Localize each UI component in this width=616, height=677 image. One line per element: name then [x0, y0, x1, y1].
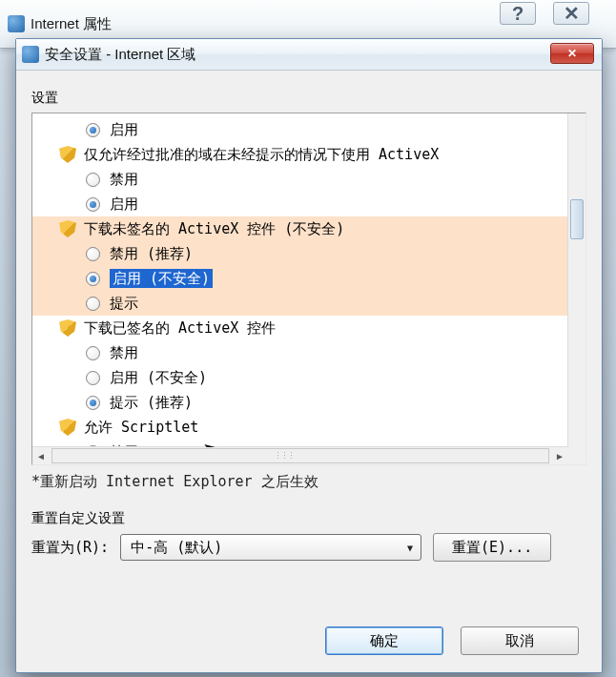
scroll-right-icon[interactable]: ►	[551, 448, 568, 463]
option-groupA-disable[interactable]: 禁用	[32, 167, 568, 192]
radio-icon	[86, 346, 100, 360]
close-dialog-button[interactable]: ✕	[550, 43, 594, 64]
reset-custom-header: 重置自定义设置	[31, 510, 586, 527]
group-approved-domains-activex: 仅允许经过批准的域在未经提示的情况下使用 ActiveX	[32, 142, 568, 167]
radio-icon	[86, 297, 100, 311]
radio-icon	[86, 396, 100, 410]
button-label: 取消	[505, 632, 534, 650]
button-label: 重置(E)...	[452, 539, 532, 557]
option-label: 启用	[110, 195, 138, 214]
option-label: 提示	[110, 294, 138, 313]
option-groupB-enable-unsafe[interactable]: 启用 (不安全) ➤	[32, 266, 568, 291]
group-header-label: 允许 Scriptlet	[84, 418, 198, 437]
scroll-left-icon[interactable]: ◄	[32, 448, 50, 463]
radio-icon	[86, 173, 100, 187]
restart-note: *重新启动 Internet Explorer 之后生效	[31, 473, 586, 491]
dialog-title: 安全设置 - Internet 区域	[45, 46, 195, 64]
security-zone-icon	[22, 46, 39, 63]
shield-icon	[59, 319, 76, 337]
option-label: 提示 (推荐)	[110, 393, 193, 412]
radio-icon	[86, 371, 100, 385]
radio-icon	[86, 272, 100, 286]
ok-button[interactable]: 确定	[325, 626, 443, 655]
button-label: 确定	[370, 632, 399, 650]
security-settings-dialog: 安全设置 - Internet 区域 ✕ 设置 启用 仅允许经过批准的域在未经提…	[15, 38, 603, 673]
dialog-titlebar: 安全设置 - Internet 区域 ✕	[16, 39, 602, 71]
parent-window-title: Internet 属性	[31, 15, 112, 33]
option-groupA-enable[interactable]: 启用	[32, 192, 568, 216]
shield-icon	[59, 419, 76, 436]
option-label: 启用 (不安全)	[110, 368, 207, 387]
option-label: 启用 (不安全)	[110, 269, 213, 288]
radio-icon	[86, 197, 100, 212]
group-header-label: 仅允许经过批准的域在未经提示的情况下使用 ActiveX	[84, 145, 439, 164]
option-groupC-disable[interactable]: 禁用	[32, 340, 568, 365]
scrollbar-thumb[interactable]	[570, 199, 584, 239]
cancel-button[interactable]: 取消	[461, 626, 579, 655]
option-label: 禁用 (推荐)	[110, 244, 193, 263]
group-download-signed-activex: 下载已签名的 ActiveX 控件	[32, 316, 568, 340]
shield-icon	[59, 146, 76, 163]
option-groupC-enable-unsafe[interactable]: 启用 (不安全)	[32, 365, 568, 390]
reset-to-label: 重置为(R):	[31, 539, 109, 557]
horizontal-scrollbar[interactable]: ◄ ⋮⋮⋮ ►	[32, 446, 568, 464]
radio-icon	[86, 123, 100, 137]
reset-button[interactable]: 重置(E)...	[433, 533, 551, 562]
scroll-corner	[568, 447, 585, 464]
option-label: 启用	[110, 120, 138, 139]
help-button[interactable]: ?	[500, 2, 536, 25]
vertical-scrollbar[interactable]	[567, 113, 585, 447]
shield-icon	[59, 220, 76, 237]
option-label: 禁用	[110, 343, 138, 362]
close-parent-button[interactable]: ✕	[553, 2, 589, 25]
scrollbar-gripper-icon: ⋮⋮⋮	[276, 451, 291, 461]
settings-label: 设置	[31, 90, 586, 107]
option-enable-top[interactable]: 启用	[32, 117, 568, 142]
chevron-down-icon: ▼	[407, 543, 413, 553]
combobox-selected-value: 中-高 (默认)	[131, 539, 222, 557]
option-groupB-disable[interactable]: 禁用 (推荐)	[32, 241, 568, 266]
option-groupB-prompt[interactable]: 提示	[32, 291, 568, 316]
group-download-unsigned-activex: 下载未签名的 ActiveX 控件 (不安全)	[32, 216, 568, 241]
internet-options-icon	[8, 15, 25, 32]
group-header-label: 下载已签名的 ActiveX 控件	[84, 318, 276, 338]
option-label: 禁用	[110, 170, 138, 189]
highlighted-unsafe-group: 下载未签名的 ActiveX 控件 (不安全) 禁用 (推荐) 启用 (不安全)…	[32, 216, 568, 316]
settings-listbox[interactable]: 启用 仅允许经过批准的域在未经提示的情况下使用 ActiveX 禁用 启用	[31, 113, 586, 465]
radio-icon	[86, 247, 100, 261]
reset-level-combobox[interactable]: 中-高 (默认) ▼	[120, 534, 421, 561]
group-allow-scriptlet: 允许 Scriptlet	[32, 415, 568, 440]
option-groupC-prompt[interactable]: 提示 (推荐)	[32, 390, 568, 415]
scrollbar-track[interactable]: ⋮⋮⋮	[51, 448, 549, 463]
group-header-label: 下载未签名的 ActiveX 控件 (不安全)	[84, 219, 344, 238]
